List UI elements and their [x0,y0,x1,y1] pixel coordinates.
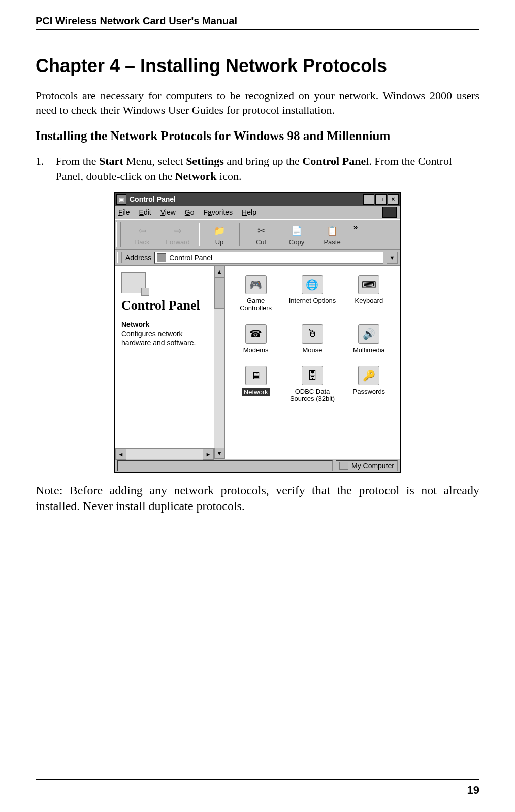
paste-button[interactable]: 📋 Paste [314,224,350,246]
status-text: My Computer [351,462,394,470]
brand-logo-icon [382,207,397,218]
menu-help[interactable]: Help [242,208,256,216]
joystick-icon: 🎮 [245,275,267,294]
scroll-right-icon[interactable]: ► [203,449,214,460]
running-header: PCI Wireless Network Card User's Manual [36,15,237,26]
menu-edit[interactable]: Edit [139,208,151,216]
maximize-button[interactable]: □ [375,194,387,205]
up-button[interactable]: 📁 Up [202,224,237,246]
left-panel: Control Panel Network Configures network… [115,266,214,459]
window-title: Control Panel [130,195,362,204]
menubar: File Edit View Go Favorites Help [115,206,400,219]
globe-icon: 🌐 [302,275,323,294]
scroll-thumb[interactable] [214,277,224,309]
icon-grid: 🎮 Game Controllers 🌐 Internet Options ⌨ … [230,275,395,402]
selected-desc: Configures network hardware and software… [121,330,196,347]
scroll-up-icon[interactable]: ▲ [214,266,224,277]
address-label: Address [125,254,151,262]
screenshot-window: ▣ Control Panel _ □ × File Edit View Go … [114,192,401,473]
selected-name: Network [121,320,208,329]
icon-network[interactable]: 🖥 Network [230,366,281,403]
forward-button[interactable]: ⇨ Forward [160,224,196,246]
vertical-scrollbar[interactable]: ▲ ▼ [214,266,225,459]
database-icon: 🗄 [302,366,323,385]
client-area: Control Panel Network Configures network… [115,266,400,459]
icon-multimedia[interactable]: 🔊 Multimedia [343,324,395,354]
toolbar-grip-icon[interactable] [116,222,121,247]
window-icon: ▣ [116,194,126,205]
page-number: 19 [467,784,479,796]
folder-icon [121,272,146,293]
network-icon: 🖥 [245,366,267,385]
step-1: 1. From the Start Menu, select Settings … [36,154,479,183]
toolbar-overflow-button[interactable]: » [350,221,361,248]
step-number: 1. [36,154,53,169]
cut-icon: ✂ [254,225,268,237]
forward-icon: ⇨ [171,225,184,237]
keyboard-icon: ⌨ [358,275,379,294]
copy-icon: 📄 [290,225,303,237]
panel-title: Control Panel [121,298,208,312]
address-bar: Address Control Panel ▼ [115,250,400,266]
window-buttons: _ □ × [362,194,399,205]
scroll-left-icon[interactable]: ◄ [115,449,126,460]
icon-odbc[interactable]: 🗄 ODBC Data Sources (32bit) [286,366,338,403]
address-field[interactable]: Control Panel [154,252,383,264]
back-icon: ⇦ [136,225,149,237]
address-dropdown-button[interactable]: ▼ [387,252,398,264]
footer: 19 [36,779,479,797]
note-paragraph: Note: Before adding any network protocol… [36,483,479,514]
section-heading: Installing the Network Protocols for Win… [36,129,479,143]
icon-keyboard[interactable]: ⌨ Keyboard [343,275,395,312]
close-button[interactable]: × [388,194,399,205]
status-bar: My Computer [115,459,400,472]
copy-button[interactable]: 📄 Copy [279,224,314,246]
phone-icon: ☎ [245,324,267,344]
status-left-pane [117,460,333,471]
titlebar[interactable]: ▣ Control Panel _ □ × [115,193,400,206]
icon-mouse[interactable]: 🖱 Mouse [286,324,338,354]
icon-area: 🎮 Game Controllers 🌐 Internet Options ⌨ … [225,266,400,459]
icon-game-controllers[interactable]: 🎮 Game Controllers [230,275,281,312]
header-rule: PCI Wireless Network Card User's Manual [36,15,479,30]
cut-button[interactable]: ✂ Cut [243,224,279,246]
up-icon: 📁 [213,225,226,237]
minimize-button[interactable]: _ [363,194,374,205]
address-icon [157,253,166,262]
horizontal-scrollbar[interactable]: ◄ ► [115,448,214,459]
menu-go[interactable]: Go [185,208,195,216]
back-button[interactable]: ⇦ Back [124,224,160,246]
scroll-track[interactable] [214,309,224,448]
scroll-track[interactable] [126,449,203,459]
icon-internet-options[interactable]: 🌐 Internet Options [286,275,338,312]
intro-paragraph: Protocols are necessary for computers to… [36,89,479,117]
page: PCI Wireless Network Card User's Manual … [0,0,515,515]
menu-file[interactable]: File [118,208,130,216]
key-icon: 🔑 [358,366,379,385]
menu-favorites[interactable]: Favorites [204,208,233,216]
toolbar-separator [198,223,200,246]
paste-icon: 📋 [326,225,339,237]
toolbar-separator [239,223,241,246]
computer-icon [339,462,348,470]
chapter-title: Chapter 4 – Installing Network Protocols [36,55,479,77]
icon-passwords[interactable]: 🔑 Passwords [343,366,395,403]
status-right-pane: My Computer [336,460,398,471]
addrbar-grip-icon[interactable] [117,252,122,263]
toolbar: ⇦ Back ⇨ Forward 📁 Up ✂ Cut 📄 Copy [115,219,400,250]
mouse-icon: 🖱 [302,324,323,344]
icon-modems[interactable]: ☎ Modems [230,324,281,354]
address-value: Control Panel [169,254,212,262]
menu-view[interactable]: View [160,208,176,216]
step-text: From the Start Menu, select Settings and… [56,154,479,183]
scroll-down-icon[interactable]: ▼ [214,448,224,459]
panel-description: Network Configures network hardware and … [121,320,208,347]
speaker-icon: 🔊 [358,324,379,344]
